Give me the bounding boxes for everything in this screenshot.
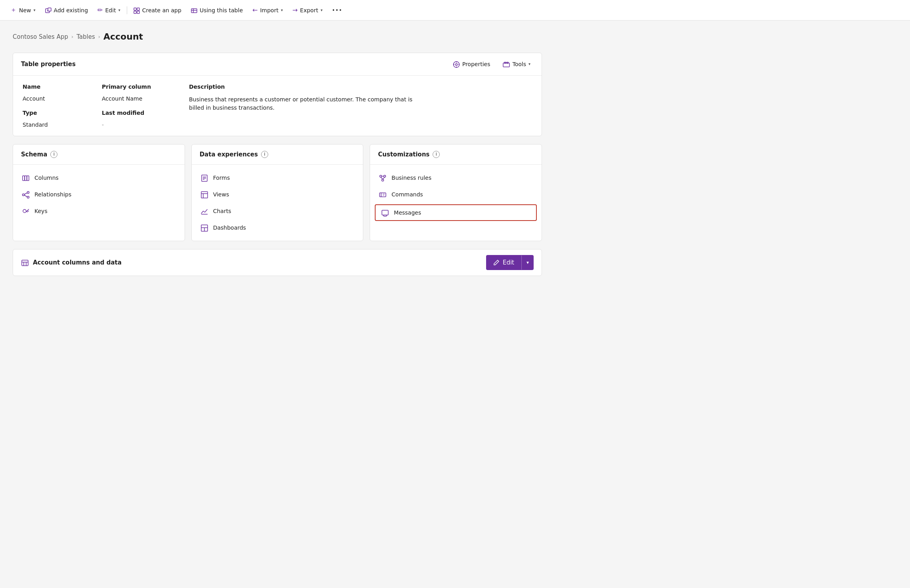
import-icon: ←: [252, 6, 258, 14]
type-value: Standard: [23, 122, 102, 128]
data-experiences-info-icon[interactable]: i: [261, 151, 268, 158]
charts-item[interactable]: Charts: [192, 203, 363, 219]
edit-main-button[interactable]: Edit: [486, 255, 521, 270]
schema-info-icon[interactable]: i: [50, 151, 57, 158]
edit-dropdown-arrow: ▾: [527, 260, 529, 265]
columns-item[interactable]: Columns: [13, 169, 185, 186]
desc-col: Description Business that represents a c…: [181, 84, 532, 128]
dashboards-item[interactable]: Dashboards: [192, 219, 363, 236]
messages-icon: [380, 208, 390, 217]
customizations-card: Customizations i Busi: [370, 144, 542, 241]
edit-dropdown-button[interactable]: ▾: [522, 260, 534, 265]
import-button[interactable]: ← Import ▾: [248, 4, 287, 16]
export-icon: →: [292, 6, 298, 14]
tools-label: Tools: [512, 61, 526, 67]
create-app-label: Create an app: [142, 7, 181, 13]
add-existing-button[interactable]: Add existing: [41, 4, 92, 16]
keys-icon: [21, 207, 31, 215]
svg-rect-15: [25, 176, 27, 181]
using-table-label: Using this table: [200, 7, 243, 13]
export-dropdown-arrow: ▾: [321, 8, 322, 12]
keys-item[interactable]: Keys: [13, 203, 185, 219]
type-label: Type: [23, 110, 102, 116]
properties-button[interactable]: Properties: [450, 59, 494, 70]
edit-dropdown-arrow: ▾: [118, 8, 120, 12]
create-app-icon: [134, 6, 140, 14]
tools-icon: [503, 60, 510, 68]
breadcrumb-sep-1: ›: [71, 34, 73, 40]
views-item[interactable]: Views: [192, 186, 363, 203]
breadcrumb-app[interactable]: Contoso Sales App: [13, 33, 68, 40]
card-title: Table properties: [21, 61, 76, 68]
export-button[interactable]: → Export ▾: [288, 4, 326, 16]
relationships-label: Relationships: [34, 191, 71, 198]
new-button[interactable]: ＋ New ▾: [6, 4, 40, 17]
schema-card: Schema i Columns: [13, 144, 185, 241]
more-icon: ···: [332, 6, 343, 14]
bottom-bar-left: Account columns and data: [21, 258, 122, 267]
cards-row: Schema i Columns: [13, 144, 542, 241]
breadcrumb-current: Account: [103, 32, 143, 42]
description-value: Business that represents a customer or p…: [189, 95, 427, 112]
commands-label: Commands: [391, 191, 423, 198]
customizations-items: Business rules Commands: [370, 165, 542, 227]
edit-toolbar-button[interactable]: ✏️ Edit ▾: [93, 4, 124, 16]
name-label: Name: [23, 84, 102, 90]
name-col: Name Account Type Standard: [23, 84, 102, 128]
customizations-header: Customizations i: [370, 145, 542, 165]
using-table-icon: [191, 6, 197, 14]
schema-header: Schema i: [13, 145, 185, 165]
breadcrumb-sep-2: ›: [98, 34, 100, 40]
edit-btn-label: Edit: [503, 259, 514, 266]
svg-point-18: [27, 191, 29, 193]
commands-icon: [378, 190, 387, 199]
schema-title: Schema: [21, 151, 47, 158]
data-experiences-items: Forms Views: [192, 165, 363, 241]
bottom-bar: Account columns and data Edit ▾: [13, 249, 542, 276]
breadcrumb-tables[interactable]: Tables: [76, 33, 95, 40]
edit-icon: ✏️: [97, 6, 103, 14]
svg-point-34: [380, 175, 382, 177]
keys-label: Keys: [34, 208, 48, 214]
svg-rect-1: [48, 8, 51, 11]
create-app-button[interactable]: Create an app: [130, 4, 185, 16]
business-rules-icon: [378, 173, 387, 182]
customizations-info-icon[interactable]: i: [433, 151, 440, 158]
edit-button-group: Edit ▾: [486, 255, 534, 270]
svg-rect-27: [201, 192, 208, 198]
messages-item[interactable]: Messages: [375, 204, 537, 221]
svg-line-39: [383, 177, 385, 179]
svg-rect-45: [22, 260, 28, 266]
forms-item[interactable]: Forms: [192, 169, 363, 186]
data-experiences-title: Data experiences: [200, 151, 258, 158]
primary-col-value: Account Name: [102, 95, 181, 102]
commands-item[interactable]: Commands: [370, 186, 542, 203]
svg-point-17: [23, 194, 25, 196]
properties-grid: Name Account Type Standard Primary colum…: [13, 76, 542, 136]
columns-label: Columns: [34, 175, 59, 181]
properties-icon: [453, 60, 460, 68]
table-icon: [21, 258, 29, 267]
properties-label: Properties: [462, 61, 490, 67]
description-label: Description: [189, 84, 532, 90]
edit-pencil-icon: [493, 259, 500, 266]
more-options-button[interactable]: ···: [328, 4, 347, 17]
svg-rect-44: [382, 210, 388, 215]
svg-line-21: [25, 195, 27, 197]
charts-label: Charts: [213, 208, 231, 214]
business-rules-item[interactable]: Business rules: [370, 169, 542, 186]
views-icon: [200, 190, 209, 199]
customizations-title: Customizations: [378, 151, 429, 158]
forms-label: Forms: [213, 175, 230, 181]
card-header-actions: Properties Tools ▾: [450, 59, 534, 70]
export-label: Export: [300, 7, 318, 13]
breadcrumb: Contoso Sales App › Tables › Account: [13, 32, 542, 42]
relationships-item[interactable]: Relationships: [13, 186, 185, 203]
using-table-button[interactable]: Using this table: [187, 4, 247, 16]
main-content: Contoso Sales App › Tables › Account Tab…: [0, 21, 555, 287]
svg-rect-4: [134, 11, 136, 13]
tools-button[interactable]: Tools ▾: [500, 59, 534, 70]
primary-col: Primary column Account Name Last modifie…: [102, 84, 181, 128]
data-experiences-card: Data experiences i Forms: [191, 144, 364, 241]
svg-rect-40: [380, 193, 386, 197]
